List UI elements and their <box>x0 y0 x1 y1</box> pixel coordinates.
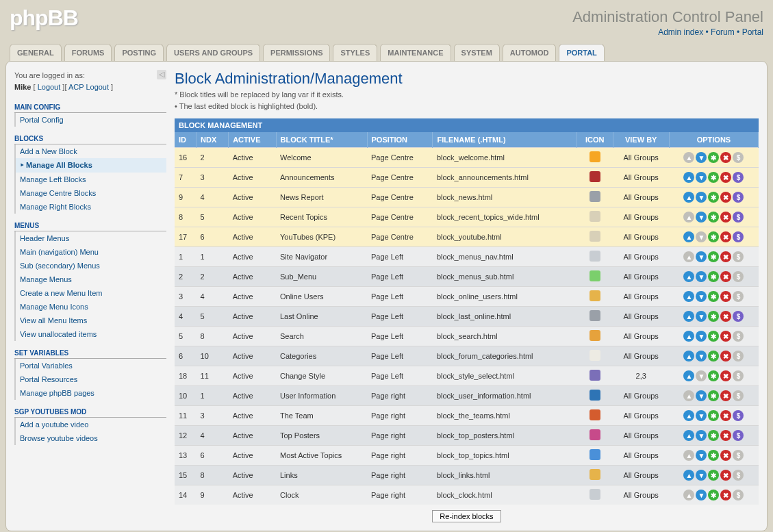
sidebar-item[interactable]: Portal Config <box>16 113 166 127</box>
sidebar-item[interactable]: Add a youtube video <box>16 418 166 431</box>
sidebar-item[interactable]: View unallocated items <box>16 327 166 341</box>
sync-icon[interactable]: $ <box>733 212 744 223</box>
tab-permissions[interactable]: PERMISSIONS <box>263 44 330 61</box>
move-up-icon[interactable]: ▲ <box>683 331 694 342</box>
move-down-icon[interactable]: ▼ <box>696 212 707 223</box>
tab-general[interactable]: GENERAL <box>10 44 62 61</box>
edit-icon[interactable]: ✱ <box>708 410 719 421</box>
edit-icon[interactable]: ✱ <box>708 331 719 342</box>
sidebar-item[interactable]: View all Menu Items <box>16 314 166 327</box>
move-down-icon[interactable]: ▼ <box>696 410 707 421</box>
sidebar-item[interactable]: Manage Right Blocks <box>16 200 166 214</box>
edit-icon[interactable]: ✱ <box>708 212 719 223</box>
move-up-icon[interactable]: ▲ <box>683 192 694 203</box>
move-down-icon[interactable]: ▼ <box>696 311 707 322</box>
tab-maintenance[interactable]: MAINTENANCE <box>380 44 451 61</box>
move-up-icon[interactable]: ▲ <box>683 231 694 242</box>
tab-styles[interactable]: STYLES <box>333 44 377 61</box>
move-down-icon[interactable]: ▼ <box>696 152 707 163</box>
move-down-icon[interactable]: ▼ <box>696 331 707 342</box>
tab-posting[interactable]: POSTING <box>114 44 164 61</box>
delete-icon[interactable]: ✖ <box>720 251 731 262</box>
sidebar-item[interactable]: Manage Centre Blocks <box>16 186 166 200</box>
edit-icon[interactable]: ✱ <box>708 231 719 242</box>
move-down-icon[interactable]: ▼ <box>696 490 707 501</box>
move-up-icon[interactable]: ▲ <box>683 271 694 282</box>
tab-forums[interactable]: FORUMS <box>64 44 112 61</box>
sync-icon[interactable]: $ <box>733 192 744 203</box>
logout-link[interactable]: Logout <box>38 83 61 91</box>
move-up-icon[interactable]: ▲ <box>683 470 694 481</box>
edit-icon[interactable]: ✱ <box>708 351 719 362</box>
sidebar-item[interactable]: Manage Menus <box>16 273 166 286</box>
delete-icon[interactable]: ✖ <box>720 370 731 381</box>
delete-icon[interactable]: ✖ <box>720 152 731 163</box>
move-down-icon[interactable]: ▼ <box>696 430 707 441</box>
sync-icon[interactable]: $ <box>733 172 744 183</box>
header-link[interactable]: Portal <box>742 27 763 37</box>
tab-portal[interactable]: PORTAL <box>559 44 604 61</box>
sync-icon[interactable]: $ <box>733 231 744 242</box>
sidebar-item[interactable]: Sub (secondary) Menus <box>16 259 166 273</box>
edit-icon[interactable]: ✱ <box>708 271 719 282</box>
edit-icon[interactable]: ✱ <box>708 192 719 203</box>
delete-icon[interactable]: ✖ <box>720 192 731 203</box>
edit-icon[interactable]: ✱ <box>708 390 719 401</box>
sidebar-item[interactable]: Portal Variables <box>16 359 166 372</box>
sidebar-item[interactable]: Create a new Menu Item <box>16 286 166 300</box>
tab-system[interactable]: SYSTEM <box>454 44 500 61</box>
header-link[interactable]: Forum <box>711 27 735 37</box>
move-down-icon[interactable]: ▼ <box>696 271 707 282</box>
edit-icon[interactable]: ✱ <box>708 490 719 501</box>
delete-icon[interactable]: ✖ <box>720 351 731 362</box>
edit-icon[interactable]: ✱ <box>708 251 719 262</box>
sidebar-item[interactable]: Manage Left Blocks <box>16 173 166 186</box>
delete-icon[interactable]: ✖ <box>720 172 731 183</box>
edit-icon[interactable]: ✱ <box>708 291 719 302</box>
move-up-icon[interactable]: ▲ <box>683 430 694 441</box>
header-link[interactable]: Admin index <box>658 27 703 37</box>
sidebar-item[interactable]: Portal Resources <box>16 372 166 386</box>
move-down-icon[interactable]: ▼ <box>696 192 707 203</box>
delete-icon[interactable]: ✖ <box>720 410 731 421</box>
edit-icon[interactable]: ✱ <box>708 152 719 163</box>
sidebar-item[interactable]: Manage phpBB pages <box>16 386 166 400</box>
move-up-icon[interactable]: ▲ <box>683 370 694 381</box>
acp-logout-link[interactable]: ACP Logout <box>68 83 109 91</box>
move-up-icon[interactable]: ▲ <box>683 311 694 322</box>
sidebar-item[interactable]: Manage Menu Icons <box>16 300 166 314</box>
tab-automod[interactable]: AUTOMOD <box>503 44 557 61</box>
sidebar-item[interactable]: Add a New Block <box>16 144 166 158</box>
sidebar-toggle-icon[interactable]: ◁ <box>157 70 166 79</box>
move-up-icon[interactable]: ▲ <box>683 172 694 183</box>
move-down-icon[interactable]: ▼ <box>696 390 707 401</box>
tab-users and groups[interactable]: USERS AND GROUPS <box>166 44 260 61</box>
sidebar-item[interactable]: Header Menus <box>16 231 166 245</box>
edit-icon[interactable]: ✱ <box>708 311 719 322</box>
move-down-icon[interactable]: ▼ <box>696 251 707 262</box>
delete-icon[interactable]: ✖ <box>720 490 731 501</box>
delete-icon[interactable]: ✖ <box>720 311 731 322</box>
reindex-button[interactable]: Re-index blocks <box>432 510 500 522</box>
sync-icon[interactable]: $ <box>733 430 744 441</box>
delete-icon[interactable]: ✖ <box>720 450 731 461</box>
move-up-icon[interactable]: ▲ <box>683 351 694 362</box>
delete-icon[interactable]: ✖ <box>720 430 731 441</box>
delete-icon[interactable]: ✖ <box>720 271 731 282</box>
sidebar-item[interactable]: Manage All Blocks <box>16 158 166 173</box>
delete-icon[interactable]: ✖ <box>720 390 731 401</box>
sidebar-item[interactable]: Browse youtube videos <box>16 431 166 445</box>
move-down-icon[interactable]: ▼ <box>696 291 707 302</box>
delete-icon[interactable]: ✖ <box>720 231 731 242</box>
move-down-icon[interactable]: ▼ <box>696 351 707 362</box>
delete-icon[interactable]: ✖ <box>720 470 731 481</box>
move-up-icon[interactable]: ▲ <box>683 410 694 421</box>
edit-icon[interactable]: ✱ <box>708 470 719 481</box>
sidebar-item[interactable]: Main (navigation) Menu <box>16 245 166 259</box>
delete-icon[interactable]: ✖ <box>720 212 731 223</box>
move-down-icon[interactable]: ▼ <box>696 470 707 481</box>
delete-icon[interactable]: ✖ <box>720 331 731 342</box>
move-down-icon[interactable]: ▼ <box>696 450 707 461</box>
edit-icon[interactable]: ✱ <box>708 172 719 183</box>
sync-icon[interactable]: $ <box>733 311 744 322</box>
